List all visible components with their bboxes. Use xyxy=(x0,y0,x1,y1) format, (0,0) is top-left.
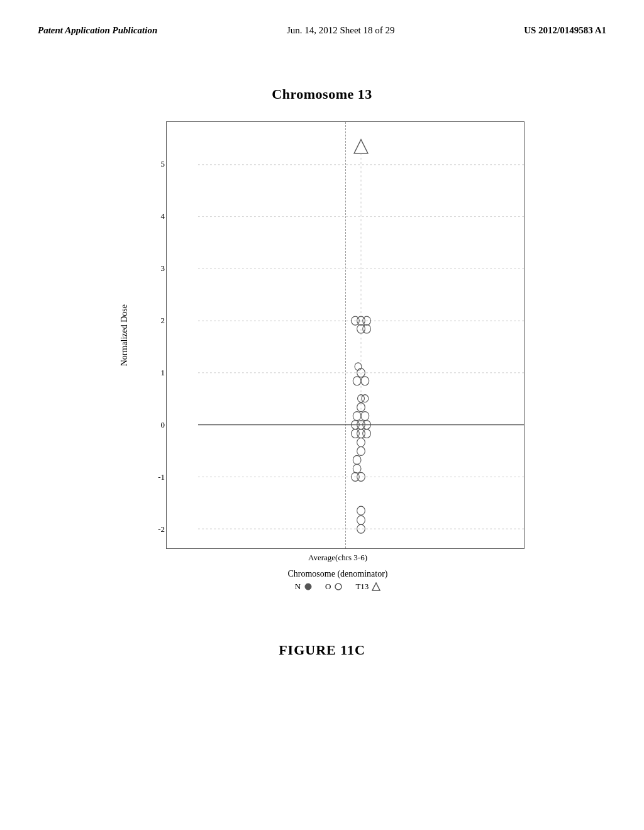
svg-point-23 xyxy=(362,395,369,402)
o-circle-icon xyxy=(334,582,343,591)
n-circle-icon xyxy=(304,582,313,591)
t13-label: T13 xyxy=(355,582,369,592)
svg-point-15 xyxy=(357,438,365,447)
y-tick-5: 5 xyxy=(153,159,165,169)
y-tick-0: 0 xyxy=(153,420,165,430)
svg-point-21 xyxy=(353,464,361,473)
header-center-text: Jun. 14, 2012 Sheet 18 of 29 xyxy=(287,25,395,36)
y-tick-2: 2 xyxy=(153,316,165,326)
triangle-outlier xyxy=(354,140,368,153)
svg-point-20 xyxy=(353,455,361,464)
y-axis-ticks: 5 4 3 2 1 0 -1 -2 xyxy=(135,121,166,549)
svg-marker-40 xyxy=(372,583,380,590)
legend-item-n: N xyxy=(295,582,313,592)
y-tick-3: 3 xyxy=(153,263,165,274)
o-symbol: O xyxy=(325,582,331,592)
page-header: Patent Application Publication Jun. 14, … xyxy=(0,0,644,48)
svg-point-38 xyxy=(305,584,311,590)
svg-point-25 xyxy=(353,377,361,385)
svg-point-14 xyxy=(363,429,371,438)
chart-legend: Chromosome (denominator) N O T13 xyxy=(287,569,387,592)
legend-items: N O T13 xyxy=(287,582,387,592)
y-tick-neg2: -2 xyxy=(153,524,165,534)
svg-point-36 xyxy=(357,516,365,524)
n-symbol: N xyxy=(295,582,301,592)
header-right-text: US 2012/0149583 A1 xyxy=(524,25,606,36)
x-axis-label-text: Average(chrs 3-6) xyxy=(308,553,367,562)
chart-title: Chromosome 13 xyxy=(272,86,372,102)
y-tick-1: 1 xyxy=(153,368,165,378)
chart-box xyxy=(166,121,525,549)
svg-point-17 xyxy=(361,412,369,421)
y-axis-label: Normalized Dose xyxy=(119,304,130,366)
svg-point-27 xyxy=(355,363,362,370)
legend-title: Chromosome (denominator) xyxy=(287,569,387,579)
svg-point-35 xyxy=(357,506,365,515)
legend-item-t13: T13 xyxy=(355,582,380,592)
legend-item-o: O xyxy=(325,582,343,592)
svg-point-13 xyxy=(352,429,360,438)
svg-point-26 xyxy=(361,377,369,385)
chart-container: Normalized Dose xyxy=(119,121,525,549)
chart-area: 5 4 3 2 1 0 -1 -2 xyxy=(135,121,525,549)
x-axis-label: Average(chrs 3-6) xyxy=(308,553,367,563)
main-content: Chromosome 13 Normalized Dose xyxy=(0,48,644,658)
figure-label: FIGURE 11C xyxy=(279,642,365,658)
svg-point-39 xyxy=(335,584,341,590)
svg-point-32 xyxy=(363,324,371,333)
y-tick-4: 4 xyxy=(153,211,165,221)
svg-point-19 xyxy=(357,446,365,455)
svg-point-16 xyxy=(353,412,361,421)
t13-triangle-icon xyxy=(372,582,380,591)
header-left-text: Patent Application Publication xyxy=(38,25,157,36)
y-tick-neg1: -1 xyxy=(153,472,165,482)
chart-svg xyxy=(198,122,524,548)
